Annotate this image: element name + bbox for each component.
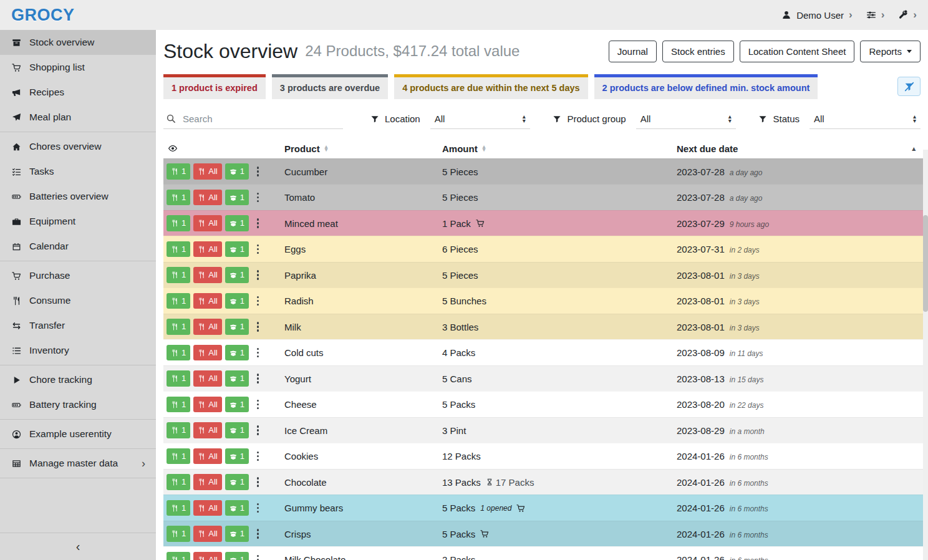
product-name[interactable]: Milk Chocolate [279,554,437,560]
product-group-filter-label[interactable]: Product group [553,109,626,128]
open-one-button[interactable]: 1 [225,215,249,231]
open-one-button[interactable]: 1 [225,267,249,283]
search-input[interactable] [183,113,341,124]
consume-one-button[interactable]: 1 [167,190,190,206]
product-name[interactable]: Crisps [279,529,437,539]
open-one-button[interactable]: 1 [225,345,249,361]
row-menu-button[interactable] [253,500,263,516]
consume-one-button[interactable]: 1 [167,241,190,258]
open-one-button[interactable]: 1 [225,448,249,465]
consume-one-button[interactable]: 1 [167,293,190,309]
vertical-scrollbar[interactable] [923,150,928,560]
consume-all-button[interactable]: All [193,319,221,335]
status-select[interactable]: All▴▾ [810,109,921,129]
status-chip-product-is[interactable]: 1 product is expired [163,74,266,99]
open-one-button[interactable]: 1 [225,293,249,309]
row-menu-button[interactable] [253,215,263,231]
row-menu-button[interactable] [253,267,263,283]
location-filter-label[interactable]: Location [370,109,420,128]
consume-one-button[interactable]: 1 [167,552,190,560]
product-name[interactable]: Gummy bears [279,503,437,513]
sidebar-item-battery-tracking[interactable]: Battery tracking [0,392,156,417]
consume-one-button[interactable]: 1 [167,370,190,387]
open-one-button[interactable]: 1 [225,370,249,387]
product-name[interactable]: Cucumber [279,167,437,177]
row-menu-button[interactable] [253,241,263,258]
consume-all-button[interactable]: All [193,474,221,490]
open-one-button[interactable]: 1 [225,190,249,206]
product-name[interactable]: Paprika [279,270,437,281]
sidebar-item-calendar[interactable]: Calendar [0,234,156,259]
grocy-logo[interactable]: GROCY [11,6,75,25]
open-one-button[interactable]: 1 [225,397,249,413]
consume-all-button[interactable]: All [193,163,221,180]
open-one-button[interactable]: 1 [225,474,249,490]
consume-one-button[interactable]: 1 [167,397,190,413]
product-name[interactable]: Cold cuts [279,347,437,358]
row-menu-button[interactable] [253,422,263,438]
journal-button[interactable]: Journal [609,41,657,62]
product-group-select[interactable]: All▴▾ [636,109,736,129]
consume-all-button[interactable]: All [193,190,221,206]
product-name[interactable]: Cheese [279,399,437,410]
reports-button[interactable]: Reports [860,41,921,62]
admin-menu[interactable]: › [898,9,917,21]
open-one-button[interactable]: 1 [225,163,249,180]
sidebar-item-meal-plan[interactable]: Meal plan [0,105,156,130]
open-one-button[interactable]: 1 [225,422,249,438]
row-menu-button[interactable] [253,190,263,206]
sidebar-item-transfer[interactable]: Transfer [0,313,156,338]
row-menu-button[interactable] [253,163,263,180]
sidebar-item-chores-overview[interactable]: Chores overview [0,134,156,159]
column-header-product[interactable]: Product ▴▾ [279,143,437,154]
product-name[interactable]: Eggs [279,244,437,254]
consume-one-button[interactable]: 1 [167,345,190,361]
sidebar-item-consume[interactable]: Consume [0,288,156,313]
consume-all-button[interactable]: All [193,500,221,516]
row-menu-button[interactable] [253,370,263,387]
status-chip-products-are[interactable]: 4 products are due within the next 5 day… [394,74,587,99]
sidebar-item-inventory[interactable]: Inventory [0,338,156,363]
consume-all-button[interactable]: All [193,241,221,258]
scrollbar-thumb[interactable] [923,215,928,312]
product-name[interactable]: Ice Cream [279,425,437,436]
sidebar-item-shopping-list[interactable]: Shopping list [0,55,156,80]
row-menu-button[interactable] [253,293,263,309]
sidebar-item-batteries-overview[interactable]: Batteries overview [0,184,156,209]
consume-one-button[interactable]: 1 [167,448,190,465]
product-name[interactable]: Radish [279,296,437,306]
sidebar-item-tasks[interactable]: Tasks [0,159,156,184]
consume-one-button[interactable]: 1 [167,215,190,231]
row-menu-button[interactable] [253,345,263,361]
consume-all-button[interactable]: All [193,293,221,309]
sidebar-item-equipment[interactable]: Equipment [0,209,156,234]
sidebar-item-chore-tracking[interactable]: Chore tracking [0,367,156,392]
consume-all-button[interactable]: All [193,370,221,387]
consume-all-button[interactable]: All [193,345,221,361]
sidebar-collapse-button[interactable]: ‹ [0,533,156,560]
consume-all-button[interactable]: All [193,267,221,283]
user-menu[interactable]: Demo User › [781,9,853,21]
consume-one-button[interactable]: 1 [167,526,190,542]
consume-one-button[interactable]: 1 [167,500,190,516]
column-visibility-toggle[interactable] [163,143,279,153]
sidebar-item-manage-master-data[interactable]: Manage master data› [0,451,156,476]
consume-one-button[interactable]: 1 [167,319,190,335]
column-header-amount[interactable]: Amount ▴▾ [437,143,672,154]
consume-all-button[interactable]: All [193,448,221,465]
sidebar-item-purchase[interactable]: Purchase [0,263,156,288]
status-chip-products-are[interactable]: 2 products are below defined min. stock … [594,74,818,99]
product-name[interactable]: Chocolate [279,477,437,488]
product-name[interactable]: Milk [279,322,437,332]
consume-all-button[interactable]: All [193,552,221,560]
consume-one-button[interactable]: 1 [167,267,190,283]
consume-all-button[interactable]: All [193,215,221,231]
open-one-button[interactable]: 1 [225,552,249,560]
open-one-button[interactable]: 1 [225,500,249,516]
consume-one-button[interactable]: 1 [167,163,190,180]
location-content-sheet-button[interactable]: Location Content Sheet [740,41,855,62]
product-name[interactable]: Minced meat [279,218,437,229]
sidebar-item-stock-overview[interactable]: Stock overview [0,30,156,55]
open-one-button[interactable]: 1 [225,241,249,258]
product-name[interactable]: Cookies [279,451,437,461]
